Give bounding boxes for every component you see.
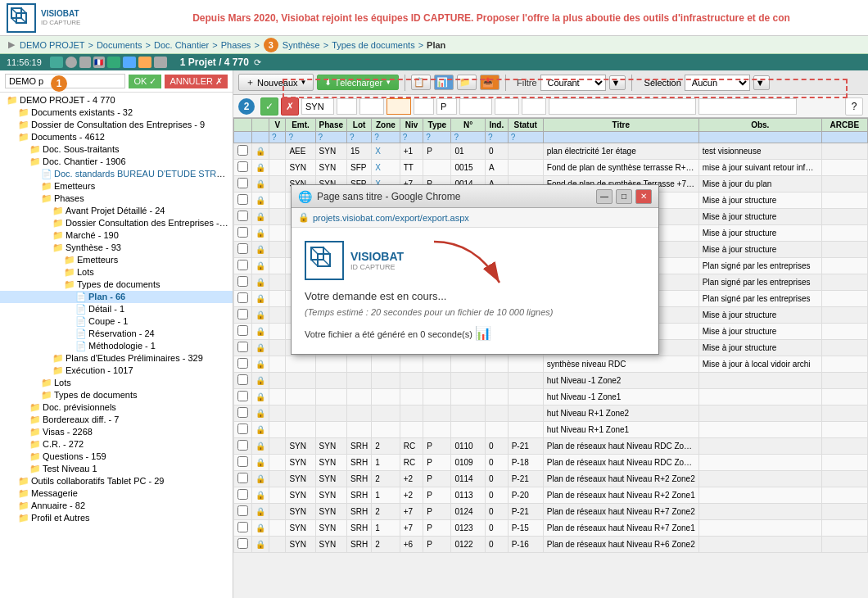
table-cell[interactable] <box>234 291 252 307</box>
table-cell[interactable]: 🔒 <box>252 356 269 373</box>
sidebar-tree-item[interactable]: 📁Questions - 159 <box>0 451 233 463</box>
col8-input[interactable] <box>495 98 519 115</box>
table-row[interactable]: 🔒hut Niveau -1 Zone2 <box>234 373 868 389</box>
col3-input[interactable] <box>359 98 384 115</box>
table-row[interactable]: 🔒SYNSYNSFPXTT0015AFond de plan de synthè… <box>234 160 868 176</box>
table-row[interactable]: 🔒hut Niveau R+1 Zone1 <box>234 422 868 438</box>
table-cell[interactable]: 🔒 <box>252 373 269 389</box>
table-cell[interactable]: 🔒 <box>252 389 269 405</box>
table-cell[interactable] <box>234 389 252 405</box>
row-checkbox[interactable] <box>237 473 248 483</box>
sidebar-tree-item[interactable]: 📁Types de documents <box>0 389 233 401</box>
table-cell[interactable] <box>234 537 252 553</box>
table-cell[interactable]: 🔒 <box>252 438 269 455</box>
row-checkbox[interactable] <box>237 309 248 319</box>
table-filter-cell[interactable] <box>252 132 269 143</box>
table-row[interactable]: 🔒SYNSYNSRH2+2P01140P-21Plan de réseaux h… <box>234 471 868 487</box>
table-cell[interactable]: 🔒 <box>252 422 269 438</box>
table-cell[interactable]: 🔒 <box>252 209 269 225</box>
table-row[interactable]: 🔒hut Niveau -1 Zone1 <box>234 389 868 405</box>
confirm-btn[interactable]: ✓ <box>260 97 278 116</box>
table-filter-cell[interactable] <box>698 132 821 143</box>
col9-input[interactable] <box>522 98 546 115</box>
sidebar-tree-item[interactable]: 📁C.R. - 272 <box>0 438 233 451</box>
table-cell[interactable]: 🔒 <box>252 242 269 258</box>
row-checkbox[interactable] <box>237 276 248 287</box>
sidebar-tree-item[interactable]: 📁Phases <box>0 193 233 205</box>
table-row[interactable]: 🔒SYNSYNSRH1+7P01230P-15Plan de réseaux h… <box>234 520 868 537</box>
ok-button[interactable]: OK ✓ <box>129 75 161 88</box>
sidebar-tree-item[interactable]: 📁Visas - 2268 <box>0 426 233 438</box>
table-cell[interactable] <box>234 373 252 389</box>
sidebar-tree-item[interactable]: 📁DEMO PROJET - 4 770 <box>0 94 233 106</box>
table-filter-cell[interactable]: ? <box>486 132 509 143</box>
row-checkbox[interactable] <box>237 325 248 336</box>
row-checkbox[interactable] <box>237 227 248 238</box>
table-cell[interactable]: 🔒 <box>252 176 269 193</box>
row-checkbox[interactable] <box>237 194 248 205</box>
table-row[interactable]: 🔒SYNSYNSRH2+7P01240P-21Plan de réseaux h… <box>234 504 868 520</box>
table-cell[interactable] <box>234 225 252 242</box>
breadcrumb-documents[interactable]: Documents <box>97 40 142 50</box>
table-cell[interactable] <box>234 422 252 438</box>
sidebar-tree-item[interactable]: 📁Messagerie <box>0 487 233 500</box>
row-checkbox[interactable] <box>237 211 248 221</box>
sidebar-tree-item[interactable]: 📁Synthèse - 93 <box>0 242 233 254</box>
sidebar-tree-item[interactable]: 📁Dossier de Consultation des Entreprises… <box>0 119 233 131</box>
sidebar-tree-item[interactable]: 📄Plan - 66 <box>0 291 233 303</box>
row-checkbox[interactable] <box>237 145 248 156</box>
row-checkbox[interactable] <box>237 505 248 516</box>
table-cell[interactable]: 🔒 <box>252 520 269 537</box>
table-filter-cell[interactable]: ? <box>400 132 423 143</box>
sidebar-tree-item[interactable]: 📁Lots <box>0 377 233 389</box>
col10-input[interactable] <box>549 98 696 115</box>
table-cell[interactable]: 🔒 <box>252 274 269 291</box>
breadcrumb-doc-chantier[interactable]: Doc. Chantier <box>154 40 209 50</box>
action-btn-2[interactable]: 📊 <box>434 75 454 90</box>
table-filter-cell[interactable]: ? <box>508 132 543 143</box>
sidebar-tree-item[interactable]: 📁Outils collaboratifs Tablet PC - 29 <box>0 475 233 487</box>
table-cell[interactable]: 🔒 <box>252 307 269 324</box>
row-checkbox[interactable] <box>237 374 248 385</box>
sidebar-tree-item[interactable]: 📁Marché - 190 <box>0 229 233 242</box>
table-cell[interactable]: 🔒 <box>252 405 269 422</box>
sidebar-tree-item[interactable]: 📁Doc. prévisionnels <box>0 401 233 414</box>
breadcrumb-demo[interactable]: DEMO PROJET <box>20 40 84 50</box>
table-filter-cell[interactable]: ? <box>315 132 346 143</box>
row-checkbox[interactable] <box>237 391 248 401</box>
table-cell[interactable] <box>234 356 252 373</box>
sidebar-tree-item[interactable]: 📁Emetteurs <box>0 254 233 266</box>
sidebar-tree-item[interactable]: 📁Test Niveau 1 <box>0 463 233 475</box>
telecharger-button[interactable]: ⬇ Télécharger ▼ <box>317 75 399 90</box>
row-checkbox[interactable] <box>237 161 248 172</box>
table-cell[interactable] <box>234 487 252 504</box>
sidebar-tree-item[interactable]: 📄Doc. standards BUREAU D'ETUDE STRUCURE <box>0 168 233 180</box>
sidebar-tree-item[interactable]: 📄Détail - 1 <box>0 303 233 315</box>
table-cell[interactable] <box>234 258 252 274</box>
sidebar-tree-item[interactable]: 📄Méthodologie - 1 <box>0 340 233 352</box>
breadcrumb-types[interactable]: Types de documents <box>332 40 415 50</box>
row-checkbox[interactable] <box>237 342 248 352</box>
breadcrumb-phases[interactable]: Phases <box>221 40 251 50</box>
table-cell[interactable]: 🔒 <box>252 487 269 504</box>
close-btn[interactable]: ✕ <box>635 189 652 204</box>
table-row[interactable]: 🔒hut Niveau R+1 Zone2 <box>234 405 868 422</box>
table-cell[interactable]: 🔒 <box>252 504 269 520</box>
row-checkbox[interactable] <box>237 424 248 434</box>
table-cell[interactable] <box>234 340 252 356</box>
sidebar-tree-item[interactable]: 📁Documents existants - 32 <box>0 106 233 119</box>
sidebar-tree-item[interactable]: 📁Lots <box>0 266 233 279</box>
sidebar-tree-item[interactable]: 📁Avant Projet Détaillé - 24 <box>0 205 233 217</box>
table-cell[interactable] <box>234 307 252 324</box>
col11-input[interactable] <box>698 98 797 115</box>
sidebar-tree-item[interactable]: 📁Plans d'Etudes Préliminaires - 329 <box>0 352 233 365</box>
row-checkbox[interactable] <box>237 538 248 549</box>
filtre-select[interactable]: Courant Tous <box>540 75 606 91</box>
row-checkbox[interactable] <box>237 407 248 418</box>
table-cell[interactable] <box>234 520 252 537</box>
help-btn[interactable]: ? <box>845 97 863 116</box>
row-checkbox[interactable] <box>237 456 248 467</box>
sidebar-tree-item[interactable]: 📁Types de documents <box>0 279 233 291</box>
row-checkbox[interactable] <box>237 522 248 532</box>
table-filter-cell[interactable]: ? <box>423 132 451 143</box>
